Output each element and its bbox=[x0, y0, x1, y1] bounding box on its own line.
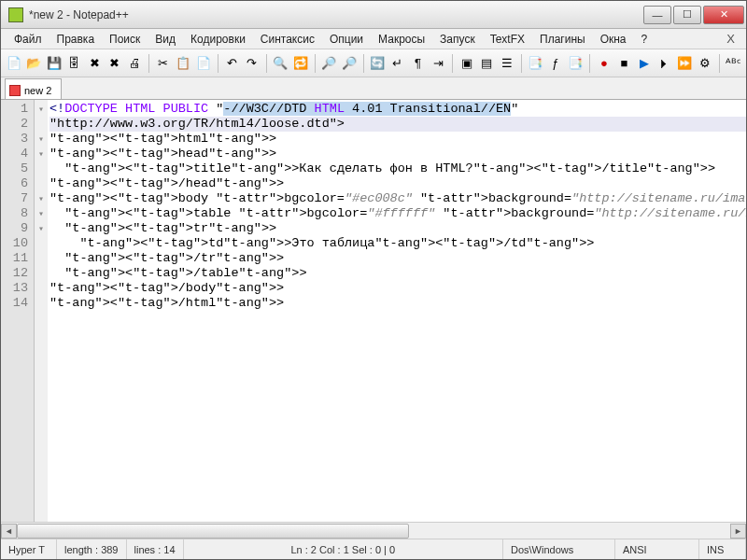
code-area[interactable]: <!DOCTYPE HTML PUBLIC "-//W3C//DTD HTML … bbox=[48, 100, 746, 522]
tab-new2[interactable]: new 2 bbox=[5, 78, 62, 99]
close-doc-icon[interactable]: ✖ bbox=[85, 53, 104, 74]
menu-macros[interactable]: Макросы bbox=[371, 31, 432, 48]
print-icon[interactable]: 🖨 bbox=[125, 53, 144, 74]
separator-icon bbox=[452, 54, 453, 73]
status-position: Ln : 2 Col : 1 Sel : 0 | 0 bbox=[184, 539, 503, 559]
zoomout-icon[interactable]: 🔎 bbox=[340, 53, 359, 74]
line-gutter: 1234567891011121314 bbox=[1, 100, 35, 522]
statusbar: Hyper T length : 389 lines : 14 Ln : 2 C… bbox=[1, 539, 746, 559]
status-mode: INS bbox=[699, 539, 746, 559]
play2-icon[interactable]: ⏵ bbox=[655, 53, 674, 74]
titlebar[interactable]: *new 2 - Notepad++ — ☐ ✕ bbox=[1, 1, 746, 29]
tabbar: new 2 bbox=[1, 77, 746, 100]
menu-help[interactable]: ? bbox=[634, 31, 655, 48]
wrap-icon[interactable]: ↵ bbox=[388, 53, 407, 74]
menu-search[interactable]: Поиск bbox=[102, 31, 148, 48]
toolbar: 📄 📂 💾 🗄 ✖ ✖ 🖨 ✂ 📋 📄 ↶ ↷ 🔍 🔁 🔎 🔎 🔄 ↵ ¶ ⇥ … bbox=[1, 49, 746, 77]
stop-icon[interactable]: ■ bbox=[615, 53, 634, 74]
separator-icon bbox=[266, 54, 267, 73]
menu-windows[interactable]: Окна bbox=[593, 31, 634, 48]
tab-label: new 2 bbox=[24, 85, 51, 96]
macro-save-icon[interactable]: ⚙ bbox=[696, 53, 714, 74]
zoomin-icon[interactable]: 🔎 bbox=[320, 53, 339, 74]
func-icon[interactable]: ƒ bbox=[546, 53, 565, 74]
window-title: *new 2 - Notepad++ bbox=[29, 8, 641, 21]
status-eol: Dos\Windows bbox=[503, 539, 615, 559]
saveall-icon[interactable]: 🗄 bbox=[65, 53, 84, 74]
status-lines: lines : 14 bbox=[127, 539, 184, 559]
separator-icon bbox=[148, 54, 149, 73]
doclist-icon[interactable]: 📑 bbox=[526, 53, 544, 74]
scroll-left-icon[interactable]: ◄ bbox=[1, 524, 17, 539]
open-icon[interactable]: 📂 bbox=[25, 53, 44, 74]
replace-icon[interactable]: 🔁 bbox=[291, 53, 310, 74]
menu-options[interactable]: Опции bbox=[322, 31, 371, 48]
menu-close-doc[interactable]: X bbox=[721, 32, 740, 46]
sync-icon[interactable]: 🔄 bbox=[369, 53, 388, 74]
menu-syntax[interactable]: Синтаксис bbox=[253, 31, 322, 48]
unfold-icon[interactable]: ▤ bbox=[477, 53, 496, 74]
menu-file[interactable]: Файл bbox=[7, 31, 49, 48]
closeall-icon[interactable]: ✖ bbox=[106, 53, 124, 74]
list-icon[interactable]: ☰ bbox=[498, 53, 516, 74]
close-button[interactable]: ✕ bbox=[703, 6, 744, 24]
menu-view[interactable]: Вид bbox=[148, 31, 183, 48]
menu-textfx[interactable]: TextFX bbox=[483, 31, 532, 48]
save-icon[interactable]: 💾 bbox=[45, 53, 63, 74]
ff-icon[interactable]: ⏩ bbox=[675, 53, 694, 74]
paste-icon[interactable]: 📄 bbox=[194, 53, 213, 74]
allchars-icon[interactable]: ¶ bbox=[409, 53, 428, 74]
cut-icon[interactable]: ✂ bbox=[154, 53, 173, 74]
copy-icon[interactable]: 📋 bbox=[175, 53, 193, 74]
separator-icon bbox=[521, 54, 522, 73]
fold-icon[interactable]: ▣ bbox=[458, 53, 476, 74]
play-icon[interactable]: ▶ bbox=[635, 53, 654, 74]
status-length: length : 389 bbox=[57, 539, 127, 559]
doc2-icon[interactable]: 📑 bbox=[567, 53, 585, 74]
spell-icon[interactable]: ᴬᴮᶜ bbox=[724, 53, 742, 74]
menubar: Файл Правка Поиск Вид Кодировки Синтакси… bbox=[1, 29, 746, 49]
app-window: *new 2 - Notepad++ — ☐ ✕ Файл Правка Пои… bbox=[0, 0, 747, 560]
new-icon[interactable]: 📄 bbox=[5, 53, 23, 74]
undo-icon[interactable]: ↶ bbox=[223, 53, 242, 74]
maximize-button[interactable]: ☐ bbox=[673, 6, 701, 24]
menu-run[interactable]: Запуск bbox=[432, 31, 483, 48]
separator-icon bbox=[315, 54, 316, 73]
record-icon[interactable]: ● bbox=[595, 53, 613, 74]
redo-icon[interactable]: ↷ bbox=[243, 53, 261, 74]
menu-plugins[interactable]: Плагины bbox=[532, 31, 593, 48]
menu-encoding[interactable]: Кодировки bbox=[183, 31, 253, 48]
app-icon bbox=[8, 7, 23, 22]
separator-icon bbox=[218, 54, 218, 73]
scroll-right-icon[interactable]: ► bbox=[730, 524, 746, 539]
find-icon[interactable]: 🔍 bbox=[272, 53, 290, 74]
menu-edit[interactable]: Правка bbox=[49, 31, 103, 48]
modified-icon bbox=[9, 85, 21, 96]
status-language: Hyper T bbox=[1, 539, 57, 559]
indent-icon[interactable]: ⇥ bbox=[429, 53, 447, 74]
scroll-thumb[interactable] bbox=[17, 524, 409, 539]
separator-icon bbox=[363, 54, 364, 73]
separator-icon bbox=[589, 54, 590, 73]
fold-column[interactable]: ▾ ▾▾ ▾▾▾ bbox=[35, 100, 48, 522]
horizontal-scrollbar[interactable]: ◄ ► bbox=[1, 522, 746, 539]
minimize-button[interactable]: — bbox=[643, 6, 671, 24]
status-encoding: ANSI bbox=[615, 539, 699, 559]
editor[interactable]: 1234567891011121314 ▾ ▾▾ ▾▾▾ <!DOCTYPE H… bbox=[1, 100, 746, 522]
scroll-track[interactable] bbox=[17, 524, 730, 539]
separator-icon bbox=[719, 54, 720, 73]
